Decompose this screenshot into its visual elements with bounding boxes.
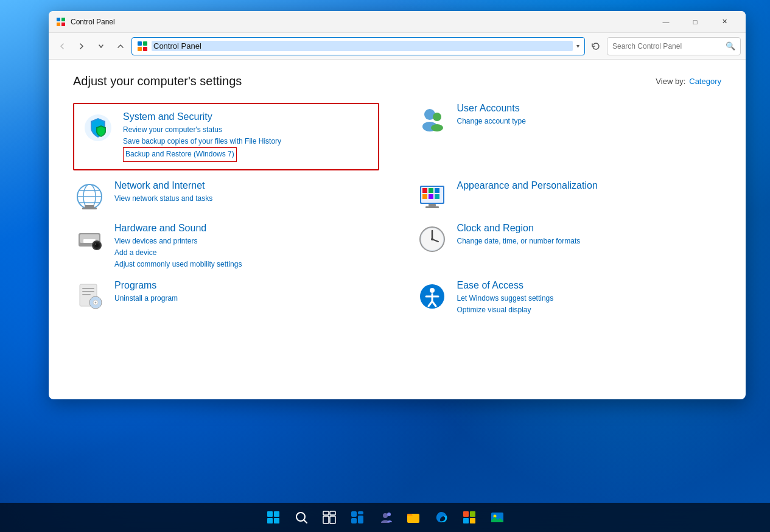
taskbar-icons [260,504,511,531]
system-security-title[interactable]: System and Security [123,111,371,122]
forward-button[interactable] [73,38,90,55]
taskbar [0,503,770,532]
appearance-icon [416,180,449,213]
network-internet-link-1[interactable]: View network status and tasks [114,193,379,205]
svg-rect-29 [425,206,439,208]
page-title: Adjust your computer's settings [73,74,242,88]
user-accounts-link-1[interactable]: Change account type [457,116,722,127]
system-security-link-2[interactable]: Save backup copies of your files with Fi… [123,136,371,147]
window-controls: — □ ✕ [652,11,738,33]
hardware-sound-link-2[interactable]: Add a device [114,247,379,259]
search-input[interactable] [612,42,723,51]
category-appearance[interactable]: Appearance and Personalization [416,180,722,213]
view-by-value[interactable]: Category [689,77,721,86]
hardware-sound-link-3[interactable]: Adjust commonly used mobility settings [114,259,379,270]
system-security-info: System and Security Review your computer… [123,111,371,162]
appearance-info: Appearance and Personalization [457,180,722,193]
ease-of-access-link-2[interactable]: Optimize visual display [457,304,722,316]
search-icon[interactable]: 🔍 [726,41,735,51]
user-accounts-info: User Accounts Change account type [457,103,722,127]
view-by-control: View by: Category [656,77,721,86]
svg-rect-24 [435,188,439,193]
teams-button[interactable] [372,504,399,531]
svg-rect-73 [470,511,475,517]
maximize-button[interactable]: □ [681,11,709,33]
svg-rect-7 [143,47,147,51]
start-button[interactable] [260,504,287,531]
search-box[interactable]: 🔍 [607,37,741,55]
back-button[interactable] [54,38,71,55]
clock-region-link-1[interactable]: Change date, time, or number formats [457,236,722,247]
svg-rect-0 [57,18,60,21]
svg-rect-68 [358,516,363,523]
svg-rect-58 [274,518,279,523]
search-button[interactable] [288,504,315,531]
edge-button[interactable] [428,504,455,531]
hardware-sound-link-1[interactable]: View devices and printers [114,236,379,247]
category-ease-of-access[interactable]: Ease of Access Let Windows suggest setti… [416,280,722,316]
window-icon [56,17,66,27]
category-hardware-sound[interactable]: Hardware and Sound View devices and prin… [73,223,379,271]
svg-point-69 [383,513,388,518]
category-system-security[interactable]: System and Security Review your computer… [73,103,379,170]
system-security-link-1[interactable]: Review your computer's status [123,124,371,136]
svg-rect-45 [82,294,91,295]
user-accounts-title[interactable]: User Accounts [457,103,722,114]
address-field[interactable]: Control Panel ▾ [131,37,585,55]
svg-rect-62 [330,511,335,515]
file-explorer-button[interactable] [400,504,427,531]
ease-of-access-link-1[interactable]: Let Windows suggest settings [457,293,722,304]
svg-rect-43 [82,288,94,289]
widgets-button[interactable] [344,504,371,531]
address-bar: Control Panel ▾ 🔍 [49,33,746,60]
category-network-internet[interactable]: Network and Internet View network status… [73,180,379,213]
svg-rect-67 [351,518,357,523]
category-programs[interactable]: Programs Uninstall a program [73,280,379,316]
minimize-button[interactable]: — [652,11,680,33]
svg-rect-72 [463,511,469,517]
svg-rect-74 [463,518,469,523]
svg-rect-5 [143,41,147,46]
svg-rect-66 [358,511,363,514]
address-dropdown-button[interactable]: ▾ [576,43,579,49]
appearance-title[interactable]: Appearance and Personalization [457,180,722,191]
programs-link-1[interactable]: Uninstall a program [114,293,379,304]
svg-rect-6 [138,47,142,51]
recent-locations-button[interactable] [93,38,110,55]
svg-point-48 [95,302,97,304]
svg-rect-28 [429,204,436,206]
window-title: Control Panel [71,18,647,26]
store-button[interactable] [456,504,483,531]
svg-rect-56 [274,511,279,517]
category-clock-region[interactable]: Clock and Region Change date, time, or n… [416,223,722,271]
clock-region-title[interactable]: Clock and Region [457,223,722,234]
svg-rect-26 [429,194,433,199]
svg-point-12 [431,124,443,131]
user-accounts-icon [416,103,449,136]
view-by-label: View by: [656,77,685,86]
svg-rect-23 [429,188,433,193]
refresh-button[interactable] [587,38,604,55]
network-internet-title[interactable]: Network and Internet [114,180,379,191]
photos-button[interactable] [484,504,511,531]
svg-point-50 [430,288,435,293]
ease-of-access-title[interactable]: Ease of Access [457,280,722,291]
svg-point-36 [95,243,96,245]
hardware-sound-title[interactable]: Hardware and Sound [114,223,379,234]
svg-rect-65 [351,511,357,517]
svg-point-70 [387,513,391,516]
svg-rect-22 [422,188,427,193]
svg-rect-44 [82,291,94,292]
svg-rect-75 [470,518,475,523]
svg-rect-61 [323,511,329,515]
task-view-button[interactable] [316,504,343,531]
content-area: Adjust your computer's settings View by:… [49,60,746,399]
system-security-link-3[interactable]: Backup and Restore (Windows 7) [123,147,237,161]
category-user-accounts[interactable]: User Accounts Change account type [416,103,722,170]
svg-rect-18 [85,205,94,208]
network-internet-info: Network and Internet View network status… [114,180,379,205]
up-button[interactable] [112,38,129,55]
address-cp-icon [137,41,148,52]
close-button[interactable]: ✕ [710,11,738,33]
programs-title[interactable]: Programs [114,280,379,291]
